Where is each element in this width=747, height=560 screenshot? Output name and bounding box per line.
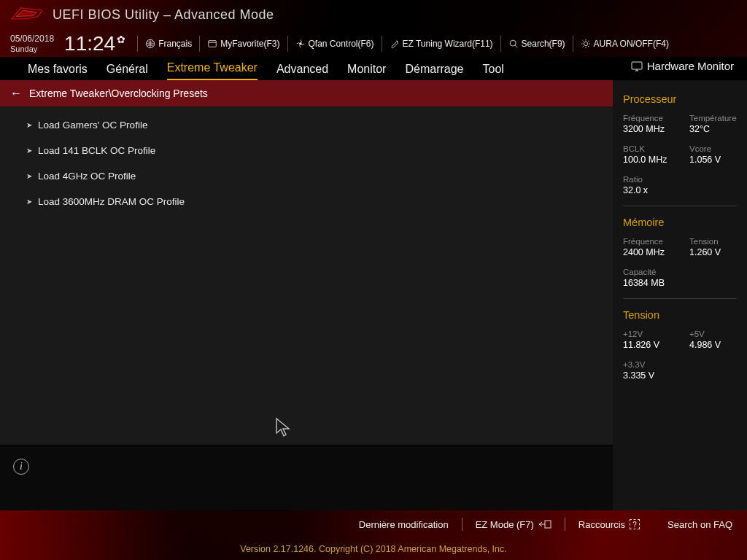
tab-favorites[interactable]: Mes favoris <box>28 63 88 80</box>
language-button[interactable]: Français <box>145 39 192 49</box>
tab-extreme-tweaker[interactable]: Extreme Tweaker <box>167 61 258 80</box>
svg-point-4 <box>510 40 516 46</box>
ratio-value: 32.0 x <box>623 185 670 195</box>
mem-freq-value: 2400 MHz <box>623 247 670 257</box>
search-faq-button[interactable]: Search on FAQ <box>667 519 732 530</box>
fan-icon <box>295 39 306 49</box>
globe-icon <box>145 39 155 49</box>
v12-value: 11.826 V <box>623 340 670 350</box>
tab-boot[interactable]: Démarrage <box>405 63 463 80</box>
last-modification-button[interactable]: Dernière modification <box>359 519 449 530</box>
mem-tension-value: 1.260 V <box>689 247 737 257</box>
hardware-monitor-sidebar: Processeur Fréquence 3200 MHz Températur… <box>613 80 747 510</box>
bclk-value: 100.0 MHz <box>623 155 670 165</box>
v12-label: +12V <box>623 330 670 338</box>
aura-icon <box>581 39 591 49</box>
monitor-icon <box>631 61 643 71</box>
svg-point-3 <box>396 41 398 42</box>
tab-general[interactable]: Général <box>107 63 148 80</box>
vcore-value: 1.056 V <box>689 155 737 165</box>
svg-rect-6 <box>632 62 642 69</box>
bclk-label: BCLK <box>623 144 670 153</box>
info-bar: i <box>0 445 613 510</box>
wizard-icon <box>390 39 400 49</box>
v5-label: +5V <box>689 330 737 338</box>
breadcrumb: ← Extreme Tweaker\Overclocking Presets <box>0 80 613 106</box>
v33-label: +3.3V <box>623 360 670 369</box>
info-icon: i <box>13 459 29 475</box>
freq-value: 3200 MHz <box>623 124 670 134</box>
list-item[interactable]: Load 4GHz OC Profile <box>0 163 613 189</box>
eztuning-button[interactable]: EZ Tuning Wizard(F11) <box>390 39 493 49</box>
v33-value: 3.335 V <box>623 370 670 381</box>
vcore-label: Vcore <box>689 144 737 153</box>
hardware-monitor-title: Hardware Monitor <box>631 60 734 72</box>
copyright-text: Version 2.17.1246. Copyright (C) 2018 Am… <box>0 544 747 554</box>
ratio-label: Ratio <box>623 175 670 184</box>
tab-monitor[interactable]: Monitor <box>347 63 386 80</box>
tension-section-title: Tension <box>623 309 737 321</box>
favorite-icon <box>207 39 217 49</box>
svg-rect-1 <box>209 41 217 47</box>
exit-icon <box>538 520 551 529</box>
rog-logo-icon <box>9 4 45 25</box>
list-item[interactable]: Load Gamers' OC Profile <box>0 112 613 138</box>
breadcrumb-text: Extreme Tweaker\Overclocking Presets <box>29 88 208 99</box>
svg-rect-7 <box>545 521 551 528</box>
tab-tool[interactable]: Tool <box>482 63 503 80</box>
gear-icon: ✿ <box>117 34 125 45</box>
temp-value: 32°C <box>689 124 737 134</box>
capacity-value: 16384 MB <box>623 278 670 288</box>
proc-section-title: Processeur <box>623 93 737 105</box>
time-display[interactable]: 11:24✿ <box>64 32 125 55</box>
capacity-label: Capacité <box>623 268 670 276</box>
tab-advanced[interactable]: Advanced <box>276 63 328 80</box>
svg-point-5 <box>584 42 587 45</box>
v5-value: 4.986 V <box>689 340 737 350</box>
mem-freq-label: Fréquence <box>623 237 670 246</box>
search-icon <box>508 39 519 49</box>
shortcuts-button[interactable]: Raccourcis ? <box>578 519 640 530</box>
mem-tension-label: Tension <box>689 237 737 246</box>
date-display: 05/06/2018 Sunday <box>10 34 54 53</box>
qfan-button[interactable]: Qfan Control(F6) <box>295 39 374 49</box>
back-arrow-icon[interactable]: ← <box>10 87 22 100</box>
temp-label: Température <box>689 114 737 122</box>
freq-label: Fréquence <box>623 114 670 122</box>
mem-section-title: Mémoire <box>623 217 737 228</box>
page-title: UEFI BIOS Utility – Advanced Mode <box>53 7 274 23</box>
list-item[interactable]: Load 3600MHz DRAM OC Profile <box>0 189 613 214</box>
aura-button[interactable]: AURA ON/OFF(F4) <box>581 39 669 49</box>
question-icon: ? <box>630 519 640 529</box>
ezmode-button[interactable]: EZ Mode (F7) <box>476 519 551 530</box>
list-item[interactable]: Load 141 BCLK OC Profile <box>0 138 613 163</box>
myfavorite-button[interactable]: MyFavorite(F3) <box>207 39 279 49</box>
search-button[interactable]: Search(F9) <box>508 39 565 49</box>
